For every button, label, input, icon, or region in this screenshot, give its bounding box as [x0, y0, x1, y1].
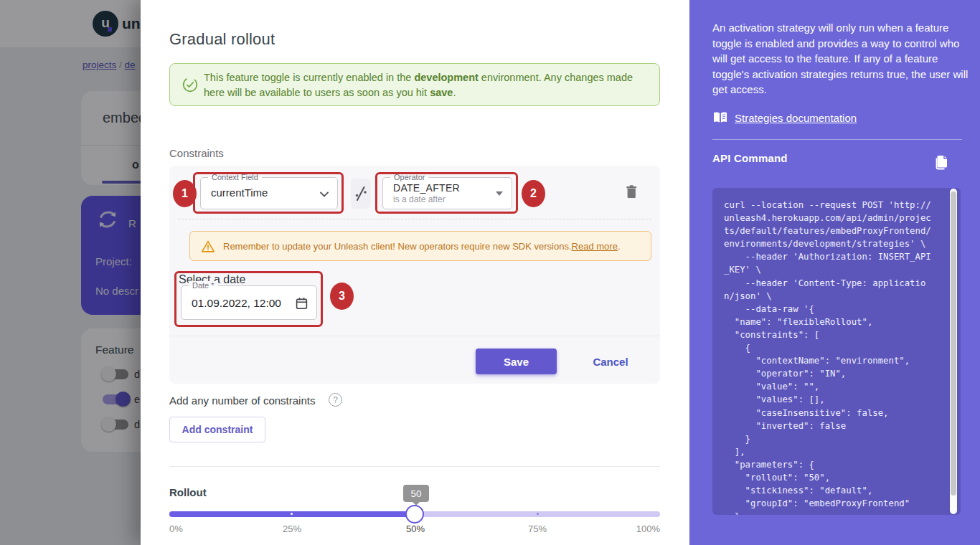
chevron-down-icon [320, 191, 329, 197]
date-input-label: Date * [189, 281, 218, 290]
api-command-heading: API Command [712, 152, 788, 164]
docs-link-row: Strategies documentation [712, 110, 857, 125]
slider-mark-25 [291, 513, 293, 515]
save-button[interactable]: Save [476, 349, 557, 374]
constraint-divider [178, 219, 651, 219]
copy-icon [933, 153, 949, 171]
slider-tick-75: 75% [528, 523, 547, 534]
rollout-divider [169, 466, 660, 467]
sdk-warning-alert: Remember to update your Unleash client! … [189, 231, 651, 261]
cancel-button[interactable]: Cancel [583, 349, 638, 374]
api-command-code: curl --location --request POST 'http:// … [712, 188, 961, 515]
rollout-label: Rollout [169, 486, 207, 498]
strategy-editor-modal: Gradual rollout This feature toggle is c… [141, 0, 689, 545]
check-circle-icon [182, 76, 199, 93]
slider-value-tooltip: 50 [403, 485, 429, 502]
success-alert-text: This feature toggle is currently enabled… [204, 70, 656, 100]
context-field-select[interactable]: Context Field currentTime [200, 177, 338, 209]
date-input[interactable]: Date * 01.09.2022, 12:00 [181, 285, 317, 320]
operator-description: is a date after [393, 194, 446, 204]
operator-select[interactable]: Operator DATE_AFTER is a date after [382, 177, 512, 209]
trash-icon [625, 184, 638, 200]
delete-constraint-button[interactable] [620, 179, 643, 204]
footer-divider [169, 336, 660, 336]
panel-divider [712, 139, 962, 140]
slider-tick-25: 25% [283, 523, 301, 534]
slider-tick-100: 100% [636, 523, 660, 534]
calendar-icon[interactable] [295, 296, 308, 311]
screen: un projects / de embed o R Project: No d… [0, 0, 980, 545]
constraints-section-label: Constraints [169, 147, 224, 159]
slider-mark-75 [537, 513, 539, 515]
warning-triangle-icon [200, 239, 216, 255]
invert-constraint-button[interactable] [351, 179, 371, 209]
book-icon [712, 111, 728, 124]
strategies-documentation-link[interactable]: Strategies documentation [735, 112, 857, 124]
read-more-link[interactable]: Read more [572, 241, 618, 252]
curl-command-text: curl --location --request POST 'http:// … [724, 199, 949, 515]
add-constraints-hint: Add any number of constraints [169, 394, 315, 407]
code-scrollbar-thumb[interactable] [951, 191, 956, 496]
context-field-value: currentTime [211, 186, 268, 199]
add-constraint-button[interactable]: Add constraint [169, 417, 265, 442]
success-alert: This feature toggle is currently enabled… [169, 63, 660, 106]
slider-tick-50: 50% [406, 523, 425, 534]
page-title: Gradual rollout [169, 30, 275, 49]
constraint-editor: Context Field currentTime Operator DATE_… [169, 166, 660, 384]
strategy-description: An activation strategy will only run whe… [712, 20, 969, 98]
caret-down-icon [496, 191, 503, 196]
rollout-slider-thumb[interactable] [405, 505, 424, 523]
operator-value: DATE_AFTER [393, 182, 460, 194]
slider-tick-0: 0% [169, 523, 183, 534]
help-icon[interactable] [329, 393, 342, 407]
operator-label: Operator [390, 173, 428, 181]
strategy-help-panel: An activation strategy will only run whe… [689, 0, 980, 545]
sdk-warning-text: Remember to update your Unleash client! … [223, 232, 621, 260]
modal-backdrop[interactable] [0, 0, 141, 545]
negate-slash-icon [352, 184, 369, 204]
date-input-value: 01.09.2022, 12:00 [192, 297, 281, 310]
context-field-label: Context Field [208, 173, 262, 181]
copy-api-command-button[interactable] [933, 153, 949, 174]
